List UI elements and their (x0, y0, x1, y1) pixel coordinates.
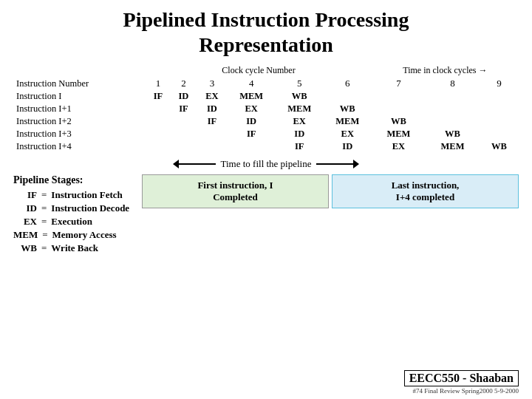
stage-cell (480, 128, 519, 140)
instruction-label: Instruction I+4 (13, 140, 146, 153)
pipeline-table: Clock cycle Number Time in clock cycles … (13, 64, 519, 153)
stage-item: EX = Execution (13, 216, 139, 228)
table-row: Instruction I+4IFIDEXMEMWB (13, 140, 519, 153)
stage-abbr: MEM (13, 229, 38, 241)
stage-cell: ID (171, 90, 197, 103)
stage-cell: WB (324, 103, 372, 115)
stages-section: Pipeline Stages: IF = Instruction FetchI… (13, 174, 519, 254)
stage-cell (480, 90, 519, 103)
pipeline-stages-label: Pipeline Stages: (13, 174, 139, 186)
page-title: Pipelined Instruction Processing Represe… (13, 7, 519, 57)
stage-abbr: WB (13, 242, 37, 254)
cycle-4: 4 (228, 77, 276, 90)
stage-desc: Execution (51, 216, 92, 228)
stage-cell: MEM (426, 140, 480, 153)
stage-cell: ID (197, 103, 227, 115)
cycle-numbers-row: Instruction Number 1 2 3 4 5 6 7 8 9 (13, 77, 519, 90)
instruction-number-header: Instruction Number (13, 77, 146, 90)
stage-cell (372, 90, 426, 103)
stage-cell (228, 140, 276, 153)
cycle-6: 6 (324, 77, 372, 90)
callout-first: First instruction, I Completed (142, 174, 329, 208)
cycle-8: 8 (426, 77, 480, 90)
stage-cell: WB (480, 140, 519, 153)
stage-desc: Write Back (51, 242, 98, 254)
stage-abbr: IF (13, 189, 37, 201)
table-row: Instruction I+3IFIDEXMEMWB (13, 128, 519, 140)
table-row: Instruction I+2IFIDEXMEMWB (13, 115, 519, 128)
stage-desc: Instruction Fetch (51, 189, 122, 201)
clock-cycle-header: Clock cycle Number (146, 64, 372, 77)
stage-cell: EX (372, 140, 426, 153)
stage-abbr: ID (13, 202, 37, 214)
cycle-2: 2 (171, 77, 197, 90)
stage-cell: WB (426, 128, 480, 140)
cycle-7: 7 (372, 77, 426, 90)
stage-cell: IF (276, 140, 324, 153)
stage-cell (171, 128, 197, 140)
stage-cell (171, 115, 197, 128)
stage-cell: IF (228, 128, 276, 140)
stage-cell: IF (171, 103, 197, 115)
stage-cell (324, 90, 372, 103)
stage-cell (426, 115, 480, 128)
instruction-label: Instruction I+2 (13, 115, 146, 128)
stage-cell (197, 128, 227, 140)
stages-left: Pipeline Stages: IF = Instruction FetchI… (13, 174, 139, 254)
page: Pipelined Instruction Processing Represe… (0, 0, 532, 399)
table-row: Instruction IIFIDEXMEMWB (13, 90, 519, 103)
stage-cell: IF (146, 90, 170, 103)
stage-item: IF = Instruction Fetch (13, 189, 139, 201)
table-row: Instruction I+1IFIDEXMEMWB (13, 103, 519, 115)
header-row: Clock cycle Number Time in clock cycles … (13, 64, 519, 77)
time-cycles-header: Time in clock cycles → (372, 64, 519, 77)
cycle-1: 1 (146, 77, 170, 90)
stage-cell (372, 103, 426, 115)
stage-desc: Instruction Decode (51, 202, 129, 214)
stage-cell (426, 90, 480, 103)
footer-sub: #74 Final Review Spring2000 5-9-2000 (404, 387, 519, 395)
stage-cell (480, 103, 519, 115)
stage-cell: IF (197, 115, 227, 128)
stage-cell: ID (276, 128, 324, 140)
stage-cell (146, 103, 170, 115)
stage-cell: EX (276, 115, 324, 128)
stage-cell: WB (372, 115, 426, 128)
stage-abbr: EX (13, 216, 37, 228)
instruction-label: Instruction I (13, 90, 146, 103)
stage-cell (146, 128, 170, 140)
stage-cell: MEM (372, 128, 426, 140)
cycle-5: 5 (276, 77, 324, 90)
cycle-9: 9 (480, 77, 519, 90)
right-arrow (316, 163, 353, 165)
stage-list: IF = Instruction FetchID = Instruction D… (13, 189, 139, 254)
footer: EECC550 - Shaaban #74 Final Review Sprin… (404, 370, 519, 395)
left-arrow (179, 163, 216, 165)
fill-arrow-label: Time to fill the pipeline (220, 158, 311, 170)
stage-item: WB = Write Back (13, 242, 139, 254)
stage-cell (146, 115, 170, 128)
stage-item: MEM = Memory Access (13, 229, 139, 241)
stage-cell: MEM (324, 115, 372, 128)
stage-cell (197, 140, 227, 153)
stage-cell: EX (324, 128, 372, 140)
stage-cell: ID (228, 115, 276, 128)
callout-last: Last instruction, I+4 completed (332, 174, 519, 208)
cycle-3: 3 (197, 77, 227, 90)
footer-branding: EECC550 - Shaaban (404, 370, 519, 386)
stage-cell: MEM (276, 103, 324, 115)
stage-desc: Memory Access (52, 229, 117, 241)
stage-cell: EX (228, 103, 276, 115)
stage-cell: EX (197, 90, 227, 103)
instruction-label: Instruction I+3 (13, 128, 146, 140)
stage-cell: MEM (228, 90, 276, 103)
instruction-label: Instruction I+1 (13, 103, 146, 115)
stage-cell (146, 140, 170, 153)
stage-cell (480, 115, 519, 128)
stage-cell (171, 140, 197, 153)
stage-cell: WB (276, 90, 324, 103)
fill-arrow-row: Time to fill the pipeline (13, 156, 519, 170)
stage-cell: ID (324, 140, 372, 153)
stage-cell (426, 103, 480, 115)
stage-item: ID = Instruction Decode (13, 202, 139, 214)
